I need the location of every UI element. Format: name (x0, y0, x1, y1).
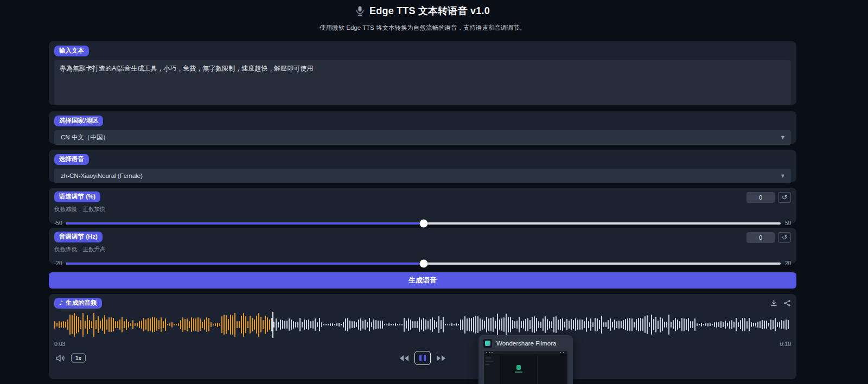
pitch-reset-button[interactable]: ↺ (778, 232, 791, 243)
share-icon[interactable] (783, 299, 791, 307)
rate-description: 负数减慢，正数加快 (54, 206, 791, 213)
reset-icon: ↺ (782, 234, 787, 241)
thumbnail-detail (486, 357, 491, 359)
audio-player-block: ♪ 生成的音频 (49, 294, 796, 379)
pitch-slider-fill (66, 263, 423, 265)
preview-app-name: Wondershare Filmora (496, 340, 556, 347)
country-label: 选择国家/地区 (54, 116, 103, 126)
chevron-down-icon: ▼ (781, 135, 784, 140)
thumbnail-detail (486, 364, 490, 365)
total-time: 0:10 (780, 341, 791, 347)
rate-max-label: 50 (785, 220, 791, 226)
preview-popup-header[interactable]: Wondershare Filmora (478, 335, 573, 351)
pitch-number-input[interactable]: 0 (746, 232, 775, 243)
thumbnail-detail (563, 352, 564, 353)
app-window: Edge TTS 文本转语音 v1.0 使用微软 Edge TTS 将文本转换为… (0, 0, 868, 384)
reset-icon: ↺ (782, 194, 787, 201)
audio-label-badge: ♪ 生成的音频 (54, 298, 102, 309)
pitch-min-label: -20 (54, 260, 62, 266)
download-button[interactable] (770, 299, 778, 307)
pause-button[interactable] (414, 351, 431, 365)
voice-select[interactable]: zh-CN-XiaoyiNeural (Female) ▼ (54, 169, 791, 183)
pitch-slider-track[interactable] (66, 263, 780, 265)
pause-bar (424, 355, 426, 361)
pitch-description: 负数降低，正数升高 (54, 246, 791, 253)
pitch-label: 音调调节 (Hz) (54, 232, 103, 242)
page-header: Edge TTS 文本转语音 v1.0 使用微软 Edge TTS 将文本转换为… (49, 4, 796, 32)
thumbnail-detail (486, 361, 493, 362)
pitch-slider-handle[interactable] (419, 259, 427, 267)
thumbnail-detail (489, 352, 490, 353)
pause-bar (419, 355, 422, 361)
thumbnail-detail (515, 372, 522, 373)
rate-min-label: -50 (54, 220, 62, 226)
skip-forward-icon[interactable] (436, 355, 446, 362)
page-title: Edge TTS 文本转语音 v1.0 (369, 4, 490, 17)
rate-slider-track[interactable] (66, 222, 780, 225)
generate-speech-button[interactable]: 生成语音 (49, 272, 796, 289)
audio-label: 生成的音频 (66, 300, 97, 306)
rate-slider-handle[interactable] (419, 219, 427, 227)
voice-label: 选择语音 (54, 154, 89, 165)
app-window-thumbnail[interactable] (484, 351, 567, 384)
text-input[interactable]: 專為無顯卡打造的AI語音生成工具，小巧，免費，無字數限制，速度超快，解壓即可使用 (54, 60, 791, 105)
country-block: 选择国家/地区 CN 中文（中国） ▼ (49, 111, 796, 144)
page-subtitle: 使用微软 Edge TTS 将文本转换为自然流畅的语音，支持语速和音调调节。 (49, 24, 796, 32)
thumbnail-detail (486, 352, 487, 353)
pitch-block: 音调调节 (Hz) 0 ↺ 负数降低，正数升高 -20 20 (49, 228, 796, 264)
input-text-block: 输入文本 專為無顯卡打造的AI語音生成工具，小巧，免費，無字數限制，速度超快，解… (49, 41, 796, 105)
rate-reset-button[interactable]: ↺ (778, 192, 791, 203)
pitch-max-label: 20 (785, 260, 791, 266)
voice-select-value: zh-CN-XiaoyiNeural (Female) (61, 172, 143, 179)
thumbnail-detail (560, 352, 561, 353)
music-note-icon: ♪ (59, 300, 63, 306)
country-select[interactable]: CN 中文（中国） ▼ (54, 130, 791, 145)
thumbnail-detail (492, 352, 493, 353)
thumbnail-panel-divider (537, 355, 538, 384)
voice-block: 选择语音 zh-CN-XiaoyiNeural (Female) ▼ (49, 150, 796, 182)
thumbnail-titlebar (484, 351, 567, 355)
waveform-bars (54, 311, 791, 339)
rate-label: 语速调节 (%) (54, 191, 100, 202)
skip-back-icon[interactable] (399, 355, 410, 362)
chevron-down-icon: ▼ (781, 174, 784, 178)
rate-number-input[interactable]: 0 (746, 192, 775, 203)
waveform[interactable] (54, 311, 791, 339)
thumbnail-center-icon (516, 365, 521, 370)
rate-slider-fill (66, 222, 423, 225)
playback-speed-button[interactable]: 1x (71, 354, 86, 363)
volume-icon[interactable] (55, 354, 65, 362)
current-time: 0:03 (54, 341, 65, 347)
thumbnail-sidebar (484, 355, 500, 384)
filmora-app-icon (483, 339, 492, 348)
country-select-value: CN 中文（中国） (61, 133, 109, 142)
input-text-label: 输入文本 (54, 46, 89, 56)
waveform-cursor[interactable] (272, 312, 273, 338)
taskbar-preview-popup[interactable]: Wondershare Filmora (478, 335, 573, 384)
rate-block: 语速调节 (%) 0 ↺ 负数减慢，正数加快 -50 50 (49, 188, 796, 223)
microphone-icon (355, 6, 365, 16)
